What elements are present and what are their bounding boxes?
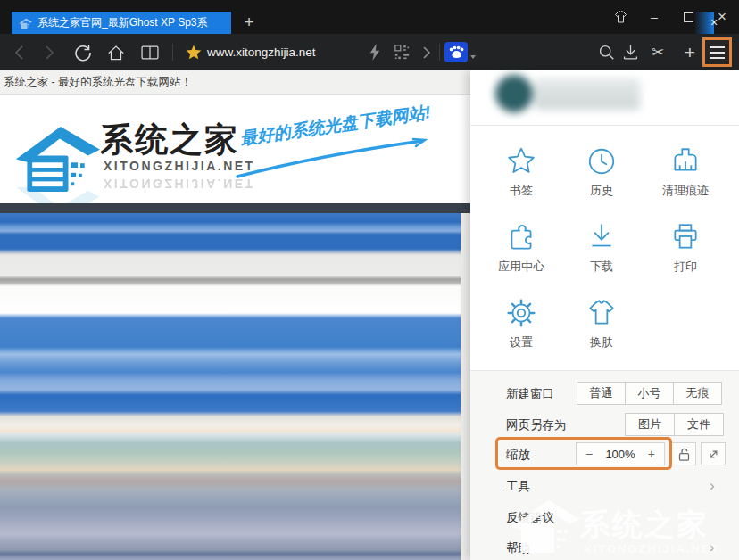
page-body-blurred bbox=[0, 213, 461, 560]
history-clock-icon bbox=[585, 145, 618, 177]
toolbar: www.xitongzhijia.net bbox=[0, 34, 739, 70]
avatar bbox=[495, 75, 533, 112]
watermark-domain: XITONGZHIJIA.NET bbox=[584, 542, 719, 556]
skin-tshirt-icon bbox=[585, 297, 618, 329]
user-account-area[interactable] bbox=[490, 73, 644, 115]
tools-label[interactable]: 工具 bbox=[506, 479, 530, 495]
forward-button[interactable] bbox=[37, 34, 62, 70]
download-icon bbox=[622, 44, 639, 62]
menu-item-label: 打印 bbox=[674, 259, 697, 275]
book-icon bbox=[140, 45, 160, 61]
bookmark-star-icon bbox=[505, 145, 537, 177]
new-window-options: 普通 小号 无痕 bbox=[577, 382, 722, 405]
url-text[interactable]: www.xitongzhijia.net bbox=[207, 34, 316, 70]
tools-chevron-icon[interactable]: › bbox=[710, 477, 715, 495]
menu-item-print[interactable]: 打印 bbox=[641, 221, 730, 276]
settings-gear-icon bbox=[505, 297, 537, 329]
forward-icon bbox=[42, 45, 56, 61]
main-menu-panel: 书签 历史 清理痕迹 应用中心 bbox=[470, 70, 739, 560]
menu-item-history[interactable]: 历史 bbox=[557, 145, 646, 201]
browser-tab[interactable]: 系统之家官网_最新Ghost XP Sp3系 bbox=[12, 12, 231, 34]
read-mode-button[interactable] bbox=[137, 34, 162, 70]
menu-rows-section: 新建窗口 普通 小号 无痕 网页另存为 图片 文件 缩放 − 100% + bbox=[470, 370, 739, 560]
refresh-icon bbox=[74, 44, 92, 62]
save-page-as-label[interactable]: 网页另存为 bbox=[506, 417, 567, 433]
site-logo-house-reflection bbox=[14, 187, 100, 203]
window-controls: – × bbox=[603, 0, 739, 34]
zoom-out-button[interactable]: − bbox=[585, 447, 593, 461]
speed-mode-button[interactable] bbox=[364, 34, 386, 70]
zoom-in-button[interactable]: + bbox=[648, 447, 655, 461]
site-logo-title[interactable]: 系统之家 bbox=[100, 118, 239, 162]
panel-divider bbox=[470, 125, 739, 126]
favorite-star-button[interactable] bbox=[182, 34, 205, 70]
expand-diagonal-icon bbox=[707, 448, 720, 461]
new-window-normal-button[interactable]: 普通 bbox=[577, 382, 626, 405]
menu-item-bookmarks[interactable]: 书签 bbox=[477, 145, 566, 201]
restore-icon bbox=[684, 12, 693, 22]
qr-code-button[interactable] bbox=[390, 34, 413, 70]
watermark-title: 系统之家 bbox=[580, 505, 709, 546]
menu-item-label: 换肤 bbox=[590, 334, 613, 350]
screenshot-scissors-button[interactable]: ✂ bbox=[644, 34, 671, 70]
new-window-label[interactable]: 新建窗口 bbox=[506, 386, 554, 402]
back-button[interactable] bbox=[7, 34, 32, 70]
new-window-small-button[interactable]: 小号 bbox=[625, 382, 674, 405]
search-button[interactable] bbox=[594, 34, 619, 70]
zoom-value: 100% bbox=[605, 448, 635, 461]
zoom-label: 缩放 bbox=[506, 447, 530, 463]
home-button[interactable] bbox=[104, 34, 129, 70]
clean-brush-icon bbox=[669, 145, 702, 177]
menu-item-label: 设置 bbox=[510, 334, 533, 350]
tshirt-icon bbox=[613, 10, 628, 24]
menu-item-label: 下载 bbox=[590, 259, 613, 275]
toolbar-separator-2 bbox=[439, 44, 440, 61]
extension-paw-button[interactable] bbox=[444, 42, 476, 62]
watermark-house-icon bbox=[511, 498, 580, 553]
close-window-button[interactable]: × bbox=[705, 0, 739, 34]
tab-title: 系统之家官网_最新Ghost XP Sp3系 bbox=[37, 15, 214, 30]
fullscreen-button[interactable] bbox=[701, 442, 726, 465]
main-menu-button[interactable] bbox=[702, 37, 732, 67]
search-icon bbox=[598, 44, 615, 61]
site-logo-house-icon[interactable] bbox=[14, 123, 100, 192]
expand-more-button[interactable] bbox=[417, 34, 436, 70]
slogan-swoosh bbox=[230, 130, 431, 184]
zoom-stepper: − 100% + bbox=[576, 442, 665, 465]
menu-item-app-center[interactable]: 应用中心 bbox=[477, 221, 566, 276]
downloads-button[interactable] bbox=[618, 34, 643, 70]
username-blurred bbox=[535, 78, 640, 110]
save-as-image-button[interactable]: 图片 bbox=[625, 413, 675, 436]
hamburger-icon bbox=[710, 46, 725, 48]
download-arrow-icon bbox=[585, 221, 618, 253]
add-button[interactable]: + bbox=[677, 34, 703, 70]
qr-code-icon bbox=[394, 45, 410, 60]
home-icon bbox=[106, 44, 126, 62]
restore-button[interactable] bbox=[671, 0, 705, 34]
site-topbar: 系统之家 - 最好的系统光盘下载网站！ bbox=[0, 70, 470, 95]
watermark-logo: 系统之家 XITONGZHIJIA.NET bbox=[511, 494, 734, 560]
skin-tshirt-button[interactable] bbox=[603, 0, 637, 34]
toolbar-separator bbox=[172, 44, 173, 61]
tab-favicon-icon bbox=[19, 18, 32, 29]
refresh-button[interactable] bbox=[71, 34, 95, 70]
new-tab-button[interactable]: + bbox=[237, 12, 261, 34]
site-navbar-blurred bbox=[0, 203, 470, 213]
back-icon bbox=[12, 45, 27, 61]
menu-item-label: 应用中心 bbox=[498, 259, 544, 275]
site-topbar-text: 系统之家 - 最好的系统光盘下载网站！ bbox=[4, 75, 192, 90]
menu-item-change-skin[interactable]: 换肤 bbox=[557, 297, 646, 352]
new-window-incognito-button[interactable]: 无痕 bbox=[673, 382, 722, 405]
menu-item-clean-traces[interactable]: 清理痕迹 bbox=[641, 145, 730, 201]
zoom-lock-button[interactable] bbox=[671, 442, 696, 465]
menu-item-settings[interactable]: 设置 bbox=[477, 297, 566, 352]
page-scrollbar[interactable] bbox=[461, 213, 470, 560]
minimize-button[interactable]: – bbox=[637, 0, 671, 34]
menu-item-download[interactable]: 下载 bbox=[557, 221, 646, 276]
paw-dropdown-caret-icon bbox=[470, 55, 476, 59]
paw-icon bbox=[444, 42, 468, 62]
save-as-file-button[interactable]: 文件 bbox=[674, 413, 724, 436]
titlebar: 系统之家官网_最新Ghost XP Sp3系 × + – × bbox=[0, 0, 739, 34]
printer-icon bbox=[669, 221, 702, 253]
star-icon bbox=[186, 45, 202, 60]
